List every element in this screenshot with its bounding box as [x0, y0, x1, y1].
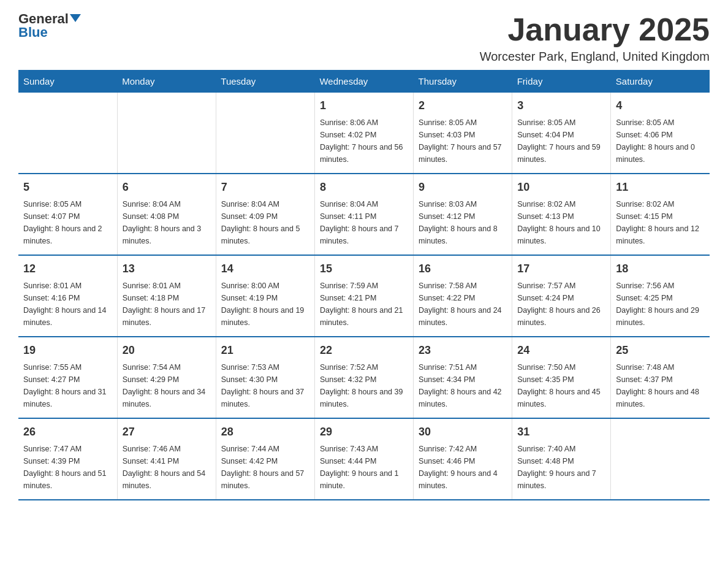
- day-info: Sunrise: 7:53 AMSunset: 4:30 PMDaylight:…: [221, 361, 309, 410]
- day-info: Sunrise: 8:05 AMSunset: 4:03 PMDaylight:…: [419, 117, 507, 166]
- calendar-cell: [117, 93, 216, 174]
- day-info: Sunrise: 7:59 AMSunset: 4:21 PMDaylight:…: [320, 280, 408, 329]
- calendar-week-row: 26Sunrise: 7:47 AMSunset: 4:39 PMDayligh…: [18, 418, 710, 500]
- calendar-cell: 31Sunrise: 7:40 AMSunset: 4:48 PMDayligh…: [512, 418, 611, 500]
- day-number: 10: [517, 179, 605, 196]
- calendar-cell: 3Sunrise: 8:05 AMSunset: 4:04 PMDaylight…: [512, 93, 611, 174]
- day-number: 25: [616, 342, 705, 359]
- day-info: Sunrise: 8:05 AMSunset: 4:04 PMDaylight:…: [517, 117, 605, 166]
- day-info: Sunrise: 8:06 AMSunset: 4:02 PMDaylight:…: [320, 117, 408, 166]
- day-info: Sunrise: 7:54 AMSunset: 4:29 PMDaylight:…: [123, 361, 211, 410]
- calendar-cell: 7Sunrise: 8:04 AMSunset: 4:09 PMDaylight…: [216, 174, 314, 255]
- day-number: 13: [123, 261, 211, 277]
- logo: General Blue: [18, 12, 81, 39]
- calendar-cell: [18, 93, 117, 174]
- calendar-cell: 15Sunrise: 7:59 AMSunset: 4:21 PMDayligh…: [314, 255, 413, 337]
- calendar-cell: 8Sunrise: 8:04 AMSunset: 4:11 PMDaylight…: [314, 174, 413, 255]
- calendar-cell: 12Sunrise: 8:01 AMSunset: 4:16 PMDayligh…: [18, 255, 117, 337]
- day-number: 5: [23, 179, 112, 196]
- day-number: 19: [23, 342, 112, 359]
- day-info: Sunrise: 7:56 AMSunset: 4:25 PMDaylight:…: [616, 280, 705, 329]
- calendar-cell: 27Sunrise: 7:46 AMSunset: 4:41 PMDayligh…: [117, 418, 216, 500]
- day-number: 23: [419, 342, 507, 359]
- month-title: January 2025: [480, 12, 710, 47]
- day-number: 11: [616, 179, 705, 196]
- day-info: Sunrise: 7:51 AMSunset: 4:34 PMDaylight:…: [419, 361, 507, 410]
- calendar-cell: 2Sunrise: 8:05 AMSunset: 4:03 PMDaylight…: [414, 93, 512, 174]
- calendar-week-row: 1Sunrise: 8:06 AMSunset: 4:02 PMDaylight…: [18, 93, 710, 174]
- calendar-cell: 9Sunrise: 8:03 AMSunset: 4:12 PMDaylight…: [414, 174, 512, 255]
- calendar-cell: 30Sunrise: 7:42 AMSunset: 4:46 PMDayligh…: [414, 418, 512, 500]
- col-friday: Friday: [512, 70, 611, 93]
- calendar-cell: 20Sunrise: 7:54 AMSunset: 4:29 PMDayligh…: [117, 337, 216, 418]
- calendar-cell: 28Sunrise: 7:44 AMSunset: 4:42 PMDayligh…: [216, 418, 314, 500]
- location-subtitle: Worcester Park, England, United Kingdom: [480, 50, 710, 64]
- calendar-table: Sunday Monday Tuesday Wednesday Thursday…: [18, 70, 710, 500]
- day-number: 1: [320, 98, 408, 114]
- day-number: 31: [517, 424, 605, 440]
- day-info: Sunrise: 8:05 AMSunset: 4:07 PMDaylight:…: [23, 198, 112, 247]
- day-number: 24: [517, 342, 605, 359]
- day-info: Sunrise: 8:00 AMSunset: 4:19 PMDaylight:…: [221, 280, 309, 329]
- calendar-header-row: Sunday Monday Tuesday Wednesday Thursday…: [18, 70, 710, 93]
- calendar-cell: 14Sunrise: 8:00 AMSunset: 4:19 PMDayligh…: [216, 255, 314, 337]
- logo-triangle-icon: [70, 14, 81, 22]
- calendar-cell: 13Sunrise: 8:01 AMSunset: 4:18 PMDayligh…: [117, 255, 216, 337]
- calendar-week-row: 5Sunrise: 8:05 AMSunset: 4:07 PMDaylight…: [18, 174, 710, 255]
- day-number: 26: [23, 424, 112, 440]
- day-info: Sunrise: 8:05 AMSunset: 4:06 PMDaylight:…: [616, 117, 705, 166]
- day-info: Sunrise: 7:58 AMSunset: 4:22 PMDaylight:…: [419, 280, 507, 329]
- day-number: 21: [221, 342, 309, 359]
- day-info: Sunrise: 7:44 AMSunset: 4:42 PMDaylight:…: [221, 443, 309, 492]
- calendar-cell: 23Sunrise: 7:51 AMSunset: 4:34 PMDayligh…: [414, 337, 512, 418]
- day-info: Sunrise: 8:01 AMSunset: 4:18 PMDaylight:…: [123, 280, 211, 329]
- title-section: January 2025 Worcester Park, England, Un…: [480, 12, 710, 64]
- calendar-cell: 24Sunrise: 7:50 AMSunset: 4:35 PMDayligh…: [512, 337, 611, 418]
- day-number: 22: [320, 342, 408, 359]
- calendar-cell: 1Sunrise: 8:06 AMSunset: 4:02 PMDaylight…: [314, 93, 413, 174]
- calendar-cell: 5Sunrise: 8:05 AMSunset: 4:07 PMDaylight…: [18, 174, 117, 255]
- day-info: Sunrise: 8:04 AMSunset: 4:11 PMDaylight:…: [320, 198, 408, 247]
- day-number: 14: [221, 261, 309, 277]
- calendar-cell: 18Sunrise: 7:56 AMSunset: 4:25 PMDayligh…: [611, 255, 710, 337]
- calendar-cell: 29Sunrise: 7:43 AMSunset: 4:44 PMDayligh…: [314, 418, 413, 500]
- day-number: 30: [419, 424, 507, 440]
- day-info: Sunrise: 8:04 AMSunset: 4:08 PMDaylight:…: [123, 198, 211, 247]
- col-saturday: Saturday: [611, 70, 710, 93]
- calendar-cell: [216, 93, 314, 174]
- calendar-cell: 11Sunrise: 8:02 AMSunset: 4:15 PMDayligh…: [611, 174, 710, 255]
- day-number: 9: [419, 179, 507, 196]
- day-number: 6: [123, 179, 211, 196]
- calendar-cell: 4Sunrise: 8:05 AMSunset: 4:06 PMDaylight…: [611, 93, 710, 174]
- calendar-week-row: 19Sunrise: 7:55 AMSunset: 4:27 PMDayligh…: [18, 337, 710, 418]
- day-info: Sunrise: 7:52 AMSunset: 4:32 PMDaylight:…: [320, 361, 408, 410]
- day-number: 16: [419, 261, 507, 277]
- calendar-cell: 6Sunrise: 8:04 AMSunset: 4:08 PMDaylight…: [117, 174, 216, 255]
- day-info: Sunrise: 7:50 AMSunset: 4:35 PMDaylight:…: [517, 361, 605, 410]
- day-info: Sunrise: 7:48 AMSunset: 4:37 PMDaylight:…: [616, 361, 705, 410]
- calendar-cell: 16Sunrise: 7:58 AMSunset: 4:22 PMDayligh…: [414, 255, 512, 337]
- col-monday: Monday: [117, 70, 216, 93]
- day-number: 2: [419, 98, 507, 114]
- day-number: 15: [320, 261, 408, 277]
- day-number: 8: [320, 179, 408, 196]
- col-sunday: Sunday: [18, 70, 117, 93]
- day-info: Sunrise: 8:01 AMSunset: 4:16 PMDaylight:…: [23, 280, 112, 329]
- day-number: 18: [616, 261, 705, 277]
- day-number: 4: [616, 98, 705, 114]
- day-info: Sunrise: 7:43 AMSunset: 4:44 PMDaylight:…: [320, 443, 408, 492]
- day-info: Sunrise: 7:42 AMSunset: 4:46 PMDaylight:…: [419, 443, 507, 492]
- day-number: 7: [221, 179, 309, 196]
- day-info: Sunrise: 7:46 AMSunset: 4:41 PMDaylight:…: [123, 443, 211, 492]
- day-info: Sunrise: 8:03 AMSunset: 4:12 PMDaylight:…: [419, 198, 507, 247]
- calendar-cell: 21Sunrise: 7:53 AMSunset: 4:30 PMDayligh…: [216, 337, 314, 418]
- day-number: 29: [320, 424, 408, 440]
- calendar-cell: 22Sunrise: 7:52 AMSunset: 4:32 PMDayligh…: [314, 337, 413, 418]
- calendar-week-row: 12Sunrise: 8:01 AMSunset: 4:16 PMDayligh…: [18, 255, 710, 337]
- day-info: Sunrise: 7:55 AMSunset: 4:27 PMDaylight:…: [23, 361, 112, 410]
- day-number: 28: [221, 424, 309, 440]
- day-info: Sunrise: 8:04 AMSunset: 4:09 PMDaylight:…: [221, 198, 309, 247]
- calendar-cell: 10Sunrise: 8:02 AMSunset: 4:13 PMDayligh…: [512, 174, 611, 255]
- calendar-cell: [611, 418, 710, 500]
- calendar-cell: 26Sunrise: 7:47 AMSunset: 4:39 PMDayligh…: [18, 418, 117, 500]
